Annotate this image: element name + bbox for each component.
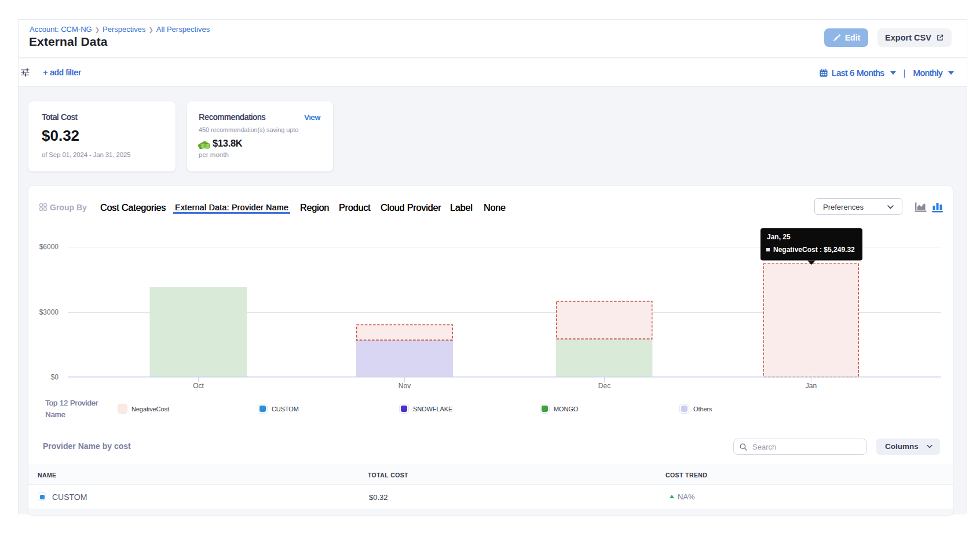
svg-text:$3000: $3000 xyxy=(39,308,59,316)
svg-text:$0: $0 xyxy=(51,373,59,381)
svg-text:Oct: Oct xyxy=(193,382,204,390)
svg-text:Nov: Nov xyxy=(398,382,411,390)
svg-text:Jan, 25: Jan, 25 xyxy=(767,233,791,241)
svg-text:$6000: $6000 xyxy=(39,243,59,251)
svg-text:Dec: Dec xyxy=(598,382,610,390)
svg-text:Jan: Jan xyxy=(806,382,817,390)
svg-text:NegativeCost : $5,249.32: NegativeCost : $5,249.32 xyxy=(773,246,855,254)
